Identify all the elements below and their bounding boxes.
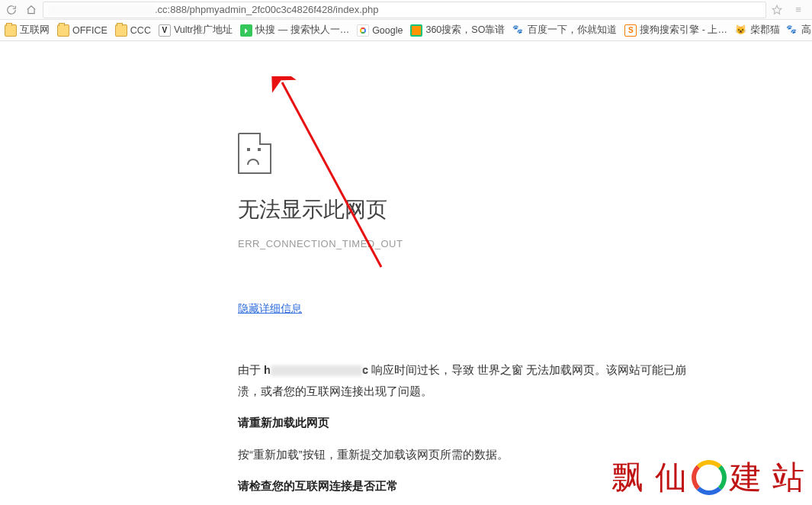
redacted-host — [271, 365, 362, 376]
folder-icon — [57, 24, 69, 37]
sad-page-icon — [238, 133, 271, 174]
bookmarks-bar: 互联网 OFFICE CCC VVultr推广地址 ⏵快搜 — 搜索快人一… G… — [0, 20, 812, 41]
page-content: 无法显示此网页 ERR_CONNECTION_TIMED_OUT 隐藏详细信息 … — [0, 41, 812, 505]
bookmark-kuaisou[interactable]: ⏵快搜 — 搜索快人一… — [240, 24, 349, 37]
cat-icon: 😺 — [735, 24, 747, 37]
bookmark-internet[interactable]: 互联网 — [5, 24, 50, 37]
watermark-left: 飘 仙 — [611, 456, 688, 499]
baidu-icon: 🐾 — [786, 24, 798, 37]
bookmark-label: 柴郡猫 — [750, 24, 780, 37]
so360-icon — [410, 24, 422, 37]
bookmark-star-button[interactable] — [766, 5, 788, 15]
bookmark-label: 360搜索，SO靠谱 — [425, 24, 505, 37]
bookmark-label: 百度一下，你就知道 — [528, 24, 617, 37]
error-code: ERR_CONNECTION_TIMED_OUT — [238, 238, 812, 249]
folder-icon — [5, 24, 17, 37]
watermark-logo-icon — [692, 460, 727, 495]
address-bar[interactable]: .cc:888/phpmyadmin_2fc00c3c4826f428/inde… — [43, 2, 766, 18]
error-para-1: 由于 hc 响应时间过长，导致 世界之窗 无法加载网页。该网站可能已崩溃，或者您… — [238, 360, 695, 402]
error-sub1-title: 请重新加载此网页 — [238, 413, 695, 434]
home-button[interactable] — [23, 2, 40, 18]
bookmark-label: 高 — [801, 24, 811, 37]
url-visible: .cc:888/phpmyadmin_2fc00c3c4826f428/inde… — [155, 4, 378, 15]
browser-toolbar: .cc:888/phpmyadmin_2fc00c3c4826f428/inde… — [0, 0, 812, 20]
bookmark-sogou[interactable]: S搜狗搜索引擎 - 上… — [624, 24, 727, 37]
toggle-details-link[interactable]: 隐藏详细信息 — [238, 302, 302, 316]
watermark: 飘 仙 建 站 — [611, 456, 806, 499]
bookmark-cat[interactable]: 😺柴郡猫 — [735, 24, 780, 37]
error-title: 无法显示此网页 — [238, 195, 812, 224]
reload-button[interactable] — [3, 2, 20, 18]
browser-menu-button[interactable]: ≡ — [788, 4, 809, 15]
baidu-icon: 🐾 — [512, 24, 525, 37]
google-icon — [357, 24, 369, 37]
bookmark-label: CCC — [130, 25, 151, 36]
bookmark-label: 快搜 — 搜索快人一… — [255, 24, 349, 37]
watermark-right: 建 站 — [730, 456, 807, 499]
bookmark-label: 互联网 — [20, 24, 50, 37]
svg-marker-0 — [772, 5, 782, 14]
folder-icon — [115, 24, 127, 37]
vultr-icon: V — [159, 24, 171, 37]
bookmark-overflow[interactable]: 🐾高 — [786, 24, 811, 37]
bookmark-ccc[interactable]: CCC — [115, 24, 151, 37]
bookmark-label: 搜狗搜索引擎 - 上… — [640, 24, 727, 37]
kuaisou-icon: ⏵ — [240, 24, 252, 37]
sogou-icon: S — [624, 24, 637, 37]
bookmark-label: OFFICE — [72, 25, 108, 36]
bookmark-google[interactable]: Google — [357, 24, 403, 37]
url-hidden-host — [48, 5, 155, 15]
bookmark-360[interactable]: 360搜索，SO靠谱 — [410, 24, 505, 37]
bookmark-label: Google — [372, 25, 403, 36]
bookmark-office[interactable]: OFFICE — [57, 24, 108, 37]
bookmark-vultr[interactable]: VVultr推广地址 — [159, 24, 233, 37]
bookmark-baidu[interactable]: 🐾百度一下，你就知道 — [512, 24, 617, 37]
bookmark-label: Vultr推广地址 — [174, 24, 233, 37]
